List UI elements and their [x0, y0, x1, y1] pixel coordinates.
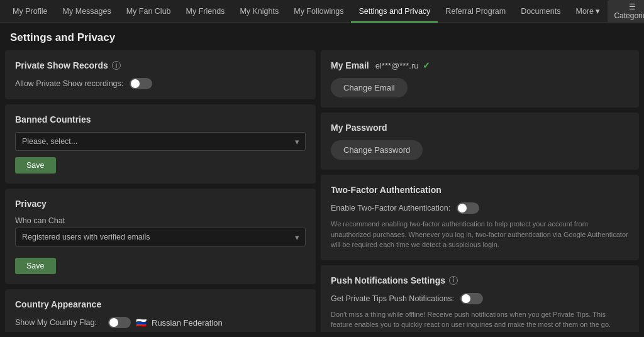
show-flag-label: Show My Country Flag: — [15, 318, 103, 327]
banned-countries-save-button[interactable]: Save — [15, 157, 56, 174]
nav-item-settings-privacy[interactable]: Settings and Privacy — [351, 0, 438, 23]
my-password-card: My Password Change Password — [321, 113, 639, 170]
private-show-allow-label: Allow Private Show recordings: — [15, 79, 123, 88]
my-email-card: My Email el***@***.ru ✓ Change Email — [321, 50, 639, 108]
nav-item-referral-program[interactable]: Referral Program — [438, 0, 513, 23]
private-show-toggle-row: Allow Private Show recordings: — [15, 78, 306, 89]
country-appearance-card: Country Appearance Show My Country Flag:… — [5, 289, 316, 332]
private-show-info-icon[interactable]: i — [112, 61, 121, 70]
who-can-chat-label: Who can Chat — [15, 216, 306, 225]
left-column: Private Show Records i Allow Private Sho… — [5, 50, 316, 332]
private-show-toggle[interactable] — [130, 78, 152, 89]
push-notifications-toggle[interactable] — [460, 293, 483, 304]
private-show-records-card: Private Show Records i Allow Private Sho… — [5, 50, 316, 99]
two-factor-description: We recommend enabling two-factor authent… — [331, 219, 629, 250]
content-area: Private Show Records i Allow Private Sho… — [0, 50, 644, 337]
two-factor-enable-label: Enable Two-Factor Authentication: — [331, 204, 450, 213]
push-notifications-toggle-knob — [462, 294, 470, 303]
country-name: Russian Federation — [152, 318, 223, 328]
nav-item-my-friends[interactable]: My Friends — [179, 0, 233, 23]
two-factor-title: Two-Factor Authentication — [331, 185, 629, 195]
who-can-chat-row: Who can Chat EveryoneRegistered usersReg… — [15, 216, 306, 246]
top-navigation: My Profile My Messages My Fan Club My Fr… — [0, 0, 644, 23]
nav-right: ☰ Categories 🔍 — [608, 0, 644, 23]
two-factor-card: Two-Factor Authentication Enable Two-Fac… — [321, 175, 639, 260]
country-appearance-title: Country Appearance — [15, 299, 306, 309]
change-email-button[interactable]: Change Email — [331, 78, 408, 97]
email-verified-icon: ✓ — [423, 60, 430, 70]
private-show-title: Private Show Records i — [15, 60, 306, 70]
banned-countries-card: Banned Countries Please, select... Save — [5, 104, 316, 184]
private-show-toggle-knob — [131, 79, 140, 88]
push-notifications-enable-label: Get Private Tips Push Notifications: — [331, 294, 454, 303]
two-factor-toggle-row: Enable Two-Factor Authentication: — [331, 202, 629, 214]
nav-item-documents[interactable]: Documents — [513, 0, 568, 23]
two-factor-toggle-knob — [458, 204, 467, 213]
page-title: Settings and Privacy — [0, 23, 644, 50]
my-password-title: My Password — [331, 123, 629, 133]
change-password-button[interactable]: Change Password — [331, 140, 423, 160]
banned-countries-select[interactable]: Please, select... — [15, 132, 306, 151]
show-flag-toggle-knob — [109, 318, 118, 327]
privacy-save-button[interactable]: Save — [15, 258, 56, 274]
push-notifications-card: Push Notifications Settings i Get Privat… — [321, 265, 639, 333]
push-notifications-title: Push Notifications Settings i — [331, 275, 629, 285]
russia-flag-icon: 🇷🇺 — [136, 318, 147, 328]
show-flag-row: Show My Country Flag: 🇷🇺 Russian Federat… — [15, 317, 306, 328]
privacy-card: Privacy Who can Chat EveryoneRegistered … — [5, 189, 316, 284]
show-flag-toggle[interactable] — [108, 317, 131, 328]
categories-button[interactable]: ☰ Categories — [608, 0, 644, 23]
nav-item-my-messages[interactable]: My Messages — [55, 0, 119, 23]
nav-items: My Profile My Messages My Fan Club My Fr… — [5, 0, 608, 23]
banned-countries-title: Banned Countries — [15, 114, 306, 124]
nav-item-my-profile[interactable]: My Profile — [5, 0, 55, 23]
right-column: My Email el***@***.ru ✓ Change Email My … — [321, 50, 639, 332]
nav-item-my-followings[interactable]: My Followings — [286, 0, 351, 23]
banned-countries-select-wrapper: Please, select... — [15, 132, 306, 151]
nav-item-my-knights[interactable]: My Knights — [232, 0, 286, 23]
push-notifications-info-icon[interactable]: i — [449, 276, 458, 285]
email-address: el***@***.ru — [375, 61, 419, 70]
nav-item-more[interactable]: More ▾ — [568, 0, 608, 23]
my-email-title: My Email el***@***.ru ✓ — [331, 60, 629, 70]
who-can-chat-select[interactable]: EveryoneRegistered usersRegistered users… — [15, 228, 306, 246]
nav-item-my-fan-club[interactable]: My Fan Club — [119, 0, 179, 23]
privacy-title: Privacy — [15, 199, 306, 209]
push-notifications-toggle-row: Get Private Tips Push Notifications: — [331, 293, 629, 304]
two-factor-toggle[interactable] — [457, 202, 479, 214]
push-notifications-description: Don't miss a thing while offline! Receiv… — [331, 309, 629, 330]
who-can-chat-select-wrapper: EveryoneRegistered usersRegistered users… — [15, 228, 306, 246]
